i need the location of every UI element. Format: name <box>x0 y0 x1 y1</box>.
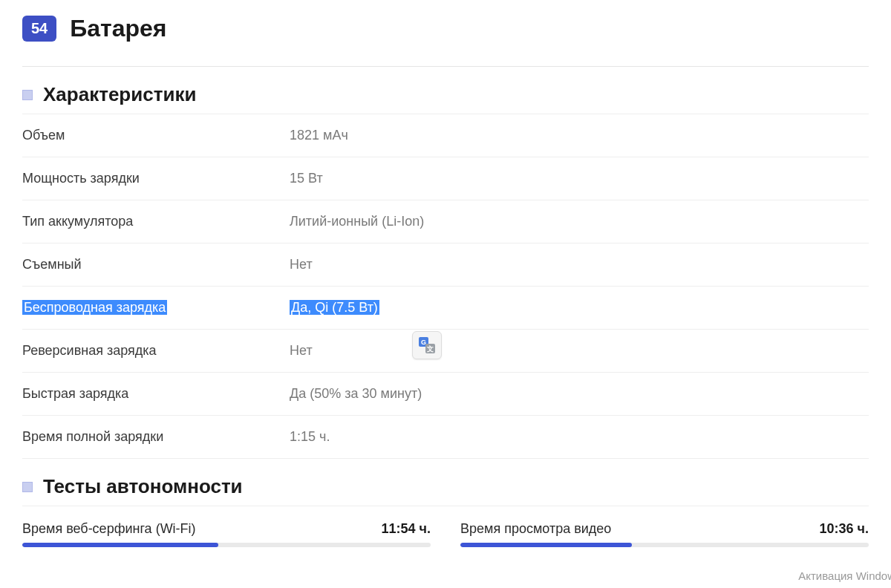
section-title: Тесты автономности <box>43 475 243 498</box>
progress-bar <box>460 543 869 547</box>
spec-value: 15 Вт <box>290 171 323 186</box>
spec-label: Время полной зарядки <box>22 429 290 445</box>
section-heading-characteristics: Характеристики <box>22 67 869 114</box>
autonomy-tests: Время веб-серфинга (Wi-Fi) 11:54 ч. Врем… <box>22 506 869 547</box>
spec-value: 1821 мАч <box>290 128 348 143</box>
section-heading-tests: Тесты автономности <box>22 458 869 506</box>
page-title: Батарея <box>70 15 166 42</box>
test-label: Время веб-серфинга (Wi-Fi) <box>22 521 196 537</box>
progress-fill <box>22 543 218 547</box>
square-bullet-icon <box>22 482 33 492</box>
spec-label: Беспроводная зарядка <box>22 300 290 316</box>
spec-value: Да, Qi (7.5 Вт) <box>290 300 379 316</box>
test-label: Время просмотра видео <box>460 521 611 537</box>
table-row: Быстрая зарядка Да (50% за 30 минут) <box>22 372 869 415</box>
test-value: 11:54 ч. <box>382 521 431 537</box>
spec-label: Объем <box>22 128 290 143</box>
selected-text: Беспроводная зарядка <box>22 300 167 315</box>
table-row: Тип аккумулятора Литий-ионный (Li-Ion) <box>22 200 869 243</box>
spec-label: Быстрая зарядка <box>22 386 290 402</box>
progress-fill <box>460 543 632 547</box>
spec-label: Реверсивная зарядка <box>22 343 290 359</box>
spec-value: 1:15 ч. <box>290 429 330 445</box>
progress-bar <box>22 543 431 547</box>
spec-label: Тип аккумулятора <box>22 214 290 229</box>
spec-label: Мощность зарядки <box>22 171 290 186</box>
spec-value: Нет <box>290 257 313 272</box>
table-row: Беспроводная зарядка Да, Qi (7.5 Вт) G 文 <box>22 286 869 329</box>
table-row: Объем 1821 мАч <box>22 114 869 157</box>
spec-value: Да (50% за 30 минут) <box>290 386 422 402</box>
spec-label: Съемный <box>22 257 290 272</box>
score-badge: 54 <box>22 16 56 42</box>
table-row: Съемный Нет <box>22 243 869 286</box>
table-row: Реверсивная зарядка Нет <box>22 329 869 372</box>
section-title: Характеристики <box>43 83 196 106</box>
section-header: 54 Батарея <box>22 15 869 59</box>
test-item: Время веб-серфинга (Wi-Fi) 11:54 ч. <box>22 521 431 547</box>
table-row: Мощность зарядки 15 Вт <box>22 157 869 200</box>
spec-value: Литий-ионный (Li-Ion) <box>290 214 424 229</box>
windows-activation-watermark: Активация Window <box>798 569 891 582</box>
spec-value: Нет <box>290 343 313 359</box>
test-value: 10:36 ч. <box>820 521 869 537</box>
table-row: Время полной зарядки 1:15 ч. <box>22 415 869 458</box>
test-item: Время просмотра видео 10:36 ч. <box>460 521 869 547</box>
square-bullet-icon <box>22 90 33 100</box>
selected-text: Да, Qi (7.5 Вт) <box>290 300 379 315</box>
